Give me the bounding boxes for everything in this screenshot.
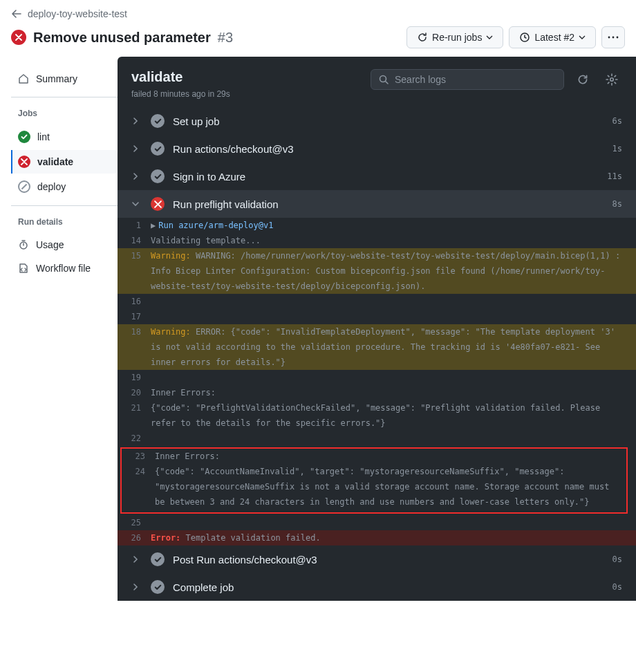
step-label: Set up job — [173, 115, 604, 127]
kebab-menu-button[interactable] — [601, 26, 625, 48]
page-title: Remove unused parameter — [33, 30, 211, 46]
check-circle-icon — [18, 131, 30, 143]
stopwatch-icon — [18, 239, 29, 250]
step-duration: 11s — [607, 171, 622, 181]
svg-point-3 — [617, 37, 619, 39]
svg-point-2 — [612, 37, 615, 39]
breadcrumb[interactable]: deploy-toy-website-test — [11, 8, 625, 19]
sidebar-run-details-heading: Run details — [11, 210, 118, 234]
log-line: 19 — [118, 370, 636, 385]
step-duration: 0s — [612, 554, 622, 564]
job-subtitle: failed 8 minutes ago in 29s — [131, 89, 230, 99]
sidebar-job-lint[interactable]: lint — [11, 125, 118, 149]
refresh-logs-button[interactable] — [572, 69, 593, 90]
check-circle-icon — [151, 552, 165, 566]
chevron-down-icon — [131, 200, 142, 208]
check-circle-icon — [151, 142, 165, 156]
search-icon — [378, 74, 389, 85]
caret-down-icon — [486, 35, 493, 39]
step-duration: 0s — [612, 582, 622, 592]
step-duration: 1s — [612, 144, 622, 153]
log-line: 23Inner Errors: — [122, 449, 626, 464]
log-line: 26Error: Template validation failed. — [118, 530, 636, 545]
check-circle-icon — [151, 114, 165, 128]
chevron-right-icon — [131, 117, 142, 125]
x-circle-icon — [18, 156, 30, 168]
check-circle-icon — [151, 580, 165, 594]
step-row[interactable]: Set up job6s — [118, 107, 636, 135]
skip-circle-icon — [18, 180, 30, 193]
sidebar: Summary Jobs lint validate deploy Run de… — [0, 57, 118, 601]
sidebar-job-validate[interactable]: validate — [11, 150, 118, 174]
caret-down-icon — [579, 35, 586, 39]
chevron-right-icon — [131, 144, 142, 153]
dots-icon — [608, 36, 619, 39]
log-line: 20Inner Errors: — [118, 385, 636, 400]
svg-point-5 — [380, 76, 386, 82]
chevron-right-icon — [131, 583, 142, 591]
refresh-icon — [417, 32, 428, 43]
sidebar-workflow-file[interactable]: Workflow file — [11, 257, 118, 279]
step-duration: 6s — [612, 116, 622, 126]
check-circle-icon — [151, 169, 165, 183]
svg-point-6 — [610, 78, 614, 82]
sidebar-usage[interactable]: Usage — [11, 234, 118, 256]
log-line: 14Validating template... — [118, 233, 636, 248]
back-arrow-icon — [11, 8, 22, 19]
step-label: Run actions/checkout@v3 — [173, 143, 604, 155]
log-line: 21{"code": "PreflightValidationCheckFail… — [118, 400, 636, 431]
log-line: 1▶Run azure/arm-deploy@v1 — [118, 218, 636, 233]
step-label: Sign in to Azure — [173, 171, 599, 183]
breadcrumb-label: deploy-toy-website-test — [28, 8, 127, 19]
log-panel: validate failed 8 minutes ago in 29s Set… — [118, 57, 636, 601]
log-line: 17 — [118, 309, 636, 324]
highlighted-error-box: 23Inner Errors:24{"code": "AccountNameIn… — [120, 447, 628, 514]
log-line: 24{"code": "AccountNameInvalid", "target… — [122, 464, 626, 510]
chevron-right-icon — [131, 172, 142, 180]
log-line: 25 — [118, 515, 636, 530]
svg-point-1 — [608, 37, 610, 39]
step-label: Run preflight validation — [173, 198, 604, 210]
rerun-jobs-button[interactable]: Re-run jobs — [406, 26, 503, 48]
step-row[interactable]: Complete job0s — [118, 573, 636, 601]
log-output: 1▶Run azure/arm-deploy@v114Validating te… — [118, 218, 636, 545]
step-duration: 8s — [612, 199, 622, 209]
file-icon — [18, 263, 29, 274]
log-line: 16 — [118, 294, 636, 309]
x-circle-icon — [151, 197, 165, 211]
chevron-right-icon — [131, 555, 142, 563]
page-title-number: #3 — [218, 30, 233, 46]
sidebar-job-deploy[interactable]: deploy — [11, 175, 118, 198]
sidebar-jobs-heading: Jobs — [11, 102, 118, 125]
search-input[interactable] — [395, 74, 556, 85]
status-fail-icon — [11, 30, 26, 45]
step-label: Post Run actions/checkout@v3 — [173, 554, 604, 566]
step-row[interactable]: Run preflight validation8s — [118, 190, 636, 218]
history-icon — [519, 32, 530, 43]
log-line: 22 — [118, 431, 636, 446]
sidebar-summary[interactable]: Summary — [11, 68, 118, 90]
log-line: 18Warning: ERROR: {"code": "InvalidTempl… — [118, 324, 636, 370]
settings-button[interactable] — [601, 69, 622, 90]
search-logs[interactable] — [371, 69, 564, 90]
step-row[interactable]: Post Run actions/checkout@v30s — [118, 545, 636, 573]
log-line: 15Warning: WARNING: /home/runner/work/to… — [118, 248, 636, 294]
step-row[interactable]: Sign in to Azure11s — [118, 162, 636, 190]
home-icon — [18, 73, 29, 84]
latest-run-button[interactable]: Latest #2 — [509, 26, 596, 48]
job-title: validate — [131, 69, 230, 85]
step-label: Complete job — [173, 581, 604, 593]
step-row[interactable]: Run actions/checkout@v31s — [118, 135, 636, 162]
